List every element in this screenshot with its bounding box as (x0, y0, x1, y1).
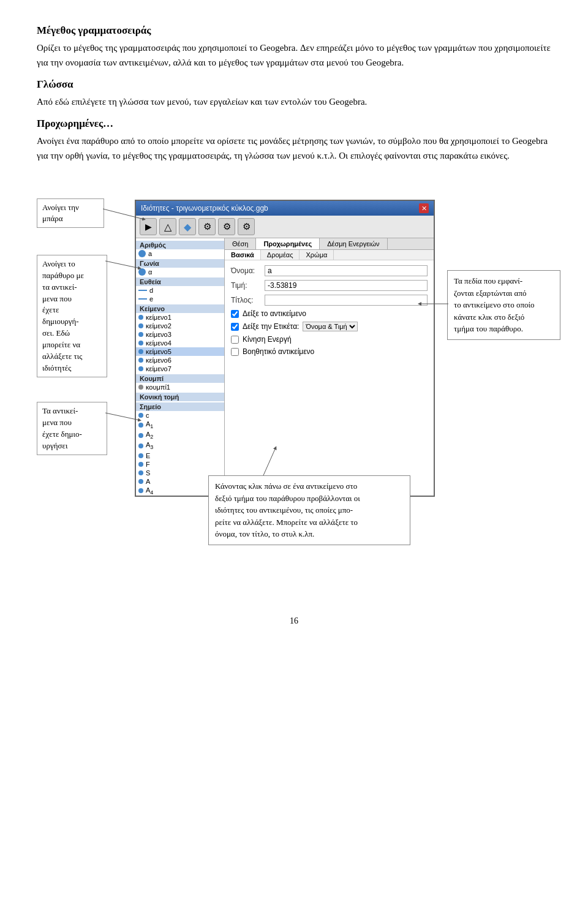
tab-thesi[interactable]: Θέση (225, 238, 256, 249)
dot-icon (138, 453, 143, 458)
diagram-area: Ιδιότητες - τριγωνομετρικός κύκλος.ggb ✕… (37, 175, 551, 592)
group-simeio: Σημείο (136, 402, 224, 411)
callout-antikeimena: Τα αντικεί-μενα πουέχετε δημιο-υργήσει (37, 402, 107, 455)
group-eftheia: Ευθεία (136, 277, 224, 286)
item-label: κουμπί1 (146, 383, 170, 391)
list-item-A1[interactable]: A1 (136, 420, 224, 430)
dot-icon (138, 479, 143, 484)
subtab-vasika[interactable]: Βασικά (225, 250, 261, 260)
list-item-keimeno1[interactable]: κείμενο1 (136, 313, 224, 322)
item-label: κείμενο5 (146, 348, 172, 355)
list-item-keimeno7[interactable]: κείμενο7 (136, 364, 224, 373)
dot-icon (138, 332, 143, 337)
input-onoma[interactable] (265, 265, 428, 276)
list-item-F[interactable]: F (136, 460, 224, 469)
list-item-c[interactable]: c (136, 411, 224, 420)
list-item-a[interactable]: a (136, 249, 224, 258)
ggb-sub-tabs: Βασικά Δρομέας Χρώμα (225, 250, 434, 260)
field-row-timi: Τιμή: (231, 280, 428, 291)
field-row-onoma: Όνομα: (231, 265, 428, 276)
callout-parathyro: Ανοίγει τοπαράθυρο μετα αντικεί-μενα που… (37, 255, 107, 377)
list-item-keimeno2[interactable]: κείμενο2 (136, 322, 224, 330)
list-item-keimeno6[interactable]: κείμενο6 (136, 356, 224, 364)
dot-icon (138, 315, 143, 320)
list-item-keimeno3[interactable]: κείμενο3 (136, 330, 224, 339)
line-icon (138, 290, 147, 291)
item-label: κείμενο7 (146, 365, 172, 372)
checkbox-etiketa[interactable] (231, 323, 239, 331)
tab-proxorimenes[interactable]: Προχωρημένες (256, 238, 320, 249)
dot-icon (138, 462, 143, 467)
dot-icon (138, 349, 143, 354)
subtab-xroma[interactable]: Χρώμα (300, 250, 334, 260)
tab-desmi[interactable]: Δέσμη Ενεργειών (320, 238, 388, 249)
dot-icon (138, 268, 146, 276)
input-titlos[interactable] (265, 295, 428, 306)
list-item-koumpi1[interactable]: κουμπί1 (136, 383, 224, 391)
toolbar-btn-2[interactable]: △ (159, 218, 176, 235)
dot-icon (138, 413, 143, 418)
close-button[interactable]: ✕ (419, 203, 429, 213)
item-label: A (146, 478, 150, 485)
toolbar-btn-6[interactable]: ⚙ (238, 218, 255, 235)
item-label: κείμενο6 (146, 357, 172, 364)
checkbox-kinisi[interactable] (231, 336, 239, 344)
line-icon (138, 298, 147, 300)
font-size-title: Μέγεθος γραμματοσειράς (37, 25, 551, 37)
label-deixe-antikeimeno: Δείξε το αντικείμενο (243, 309, 306, 318)
list-item-E[interactable]: E (136, 451, 224, 460)
item-label: A2 (146, 431, 153, 440)
ggb-titlebar: Ιδιότητες - τριγωνομετρικός κύκλος.ggb ✕ (136, 201, 434, 216)
input-timi[interactable] (265, 280, 428, 291)
list-item-alpha[interactable]: α (136, 268, 224, 276)
item-label: κείμενο3 (146, 331, 172, 338)
ggb-toolbar: ▶ △ ◆ ⚙ ⚙ ⚙ (136, 216, 434, 238)
checkbox-row-kinisi: Κίνηση Ενεργή (231, 335, 428, 344)
item-label: A3 (146, 441, 153, 450)
language-title: Γλώσσα (37, 78, 551, 91)
group-gonia: Γωνία (136, 259, 224, 268)
field-row-titlos: Τίτλος: (231, 295, 428, 306)
advanced-body: Ανοίγει ένα παράθυρο από το οποίο μπορεί… (37, 134, 551, 163)
toolbar-btn-1[interactable]: ▶ (140, 218, 157, 235)
label-onoma: Όνομα: (231, 266, 265, 275)
ggb-title: Ιδιότητες - τριγωνομετρικός κύκλος.ggb (141, 204, 268, 213)
ggb-window: Ιδιότητες - τριγωνομετρικός κύκλος.ggb ✕… (135, 200, 435, 497)
label-etiketa: Δείξε την Ετικέτα: (243, 322, 299, 331)
item-label: A4 (146, 486, 153, 496)
list-item-keimeno4[interactable]: κείμενο4 (136, 339, 224, 347)
font-size-body: Ορίζει το μέγεθος της γραμματοσειράς που… (37, 40, 551, 70)
item-label: c (146, 412, 149, 419)
item-label: S (146, 469, 150, 477)
dot-icon (138, 433, 143, 438)
ggb-tabs-row: Θέση Προχωρημένες Δέσμη Ενεργειών (225, 238, 434, 250)
toolbar-btn-4[interactable]: ⚙ (198, 218, 216, 235)
dot-icon (138, 323, 143, 328)
dot-icon (138, 250, 146, 257)
dot-icon (138, 366, 143, 371)
callout-mpara: Ανοίγει τηνμπάρα (37, 198, 104, 228)
label-voithitiko: Βοηθητικό αντικείμενο (243, 347, 314, 356)
item-label: A1 (146, 420, 153, 429)
list-item-d[interactable]: d (136, 286, 224, 295)
toolbar-btn-5[interactable]: ⚙ (218, 218, 235, 235)
ggb-left-panel: Αριθμός a Γωνία α Ευθεία d (136, 238, 225, 496)
checkbox-row-deixe: Δείξε το αντικείμενο (231, 309, 428, 318)
list-item-A2[interactable]: A2 (136, 430, 224, 440)
group-keimeno: Κείμενο (136, 304, 224, 313)
checkbox-deixe-antikeimeno[interactable] (231, 310, 239, 318)
list-item-A3[interactable]: A3 (136, 440, 224, 451)
language-body: Από εδώ επιλέγετε τη γλώσσα των μενού, τ… (37, 94, 551, 109)
list-item-e[interactable]: e (136, 295, 224, 303)
checkbox-voithitiko[interactable] (231, 348, 239, 356)
dot-icon (138, 358, 143, 363)
item-label-alpha: α (148, 268, 152, 276)
callout-right: Τα πεδία που εμφανί-ζονται εξαρτώνται απ… (447, 270, 560, 340)
select-etiketa-type[interactable]: Όνομα & Τιμή Όνομα Τιμή (303, 322, 358, 331)
dot-icon (138, 423, 143, 428)
toolbar-btn-3[interactable]: ◆ (179, 218, 196, 235)
subtab-dromeas[interactable]: Δρομέας (261, 250, 300, 260)
ggb-right-panel: Θέση Προχωρημένες Δέσμη Ενεργειών Βασικά… (225, 238, 434, 496)
advanced-title: Προχωρημένες… (37, 118, 551, 130)
list-item-keimeno5[interactable]: κείμενο5 (136, 347, 224, 356)
